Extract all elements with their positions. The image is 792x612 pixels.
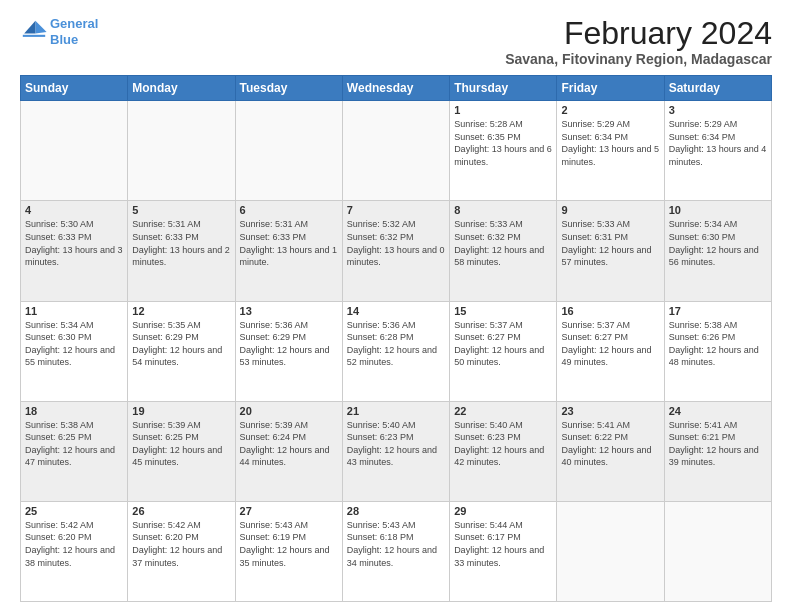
day-info: Sunrise: 5:42 AM Sunset: 6:20 PM Dayligh… (25, 519, 123, 569)
day-info: Sunrise: 5:44 AM Sunset: 6:17 PM Dayligh… (454, 519, 552, 569)
calendar-cell: 19Sunrise: 5:39 AM Sunset: 6:25 PM Dayli… (128, 401, 235, 501)
day-number: 18 (25, 405, 123, 417)
day-info: Sunrise: 5:33 AM Sunset: 6:31 PM Dayligh… (561, 218, 659, 268)
calendar-cell (664, 501, 771, 601)
weekday-header-wednesday: Wednesday (342, 76, 449, 101)
calendar-cell: 17Sunrise: 5:38 AM Sunset: 6:26 PM Dayli… (664, 301, 771, 401)
day-number: 10 (669, 204, 767, 216)
calendar-table: SundayMondayTuesdayWednesdayThursdayFrid… (20, 75, 772, 602)
day-number: 12 (132, 305, 230, 317)
day-number: 7 (347, 204, 445, 216)
day-info: Sunrise: 5:42 AM Sunset: 6:20 PM Dayligh… (132, 519, 230, 569)
calendar-cell (557, 501, 664, 601)
sub-title: Savana, Fitovinany Region, Madagascar (505, 51, 772, 67)
day-number: 2 (561, 104, 659, 116)
header: General Blue February 2024 Savana, Fitov… (20, 16, 772, 67)
week-row-5: 25Sunrise: 5:42 AM Sunset: 6:20 PM Dayli… (21, 501, 772, 601)
calendar-cell: 23Sunrise: 5:41 AM Sunset: 6:22 PM Dayli… (557, 401, 664, 501)
week-row-1: 1Sunrise: 5:28 AM Sunset: 6:35 PM Daylig… (21, 101, 772, 201)
day-number: 5 (132, 204, 230, 216)
day-info: Sunrise: 5:34 AM Sunset: 6:30 PM Dayligh… (669, 218, 767, 268)
day-info: Sunrise: 5:38 AM Sunset: 6:26 PM Dayligh… (669, 319, 767, 369)
day-number: 23 (561, 405, 659, 417)
day-info: Sunrise: 5:40 AM Sunset: 6:23 PM Dayligh… (347, 419, 445, 469)
weekday-header-monday: Monday (128, 76, 235, 101)
day-info: Sunrise: 5:43 AM Sunset: 6:19 PM Dayligh… (240, 519, 338, 569)
calendar-cell: 26Sunrise: 5:42 AM Sunset: 6:20 PM Dayli… (128, 501, 235, 601)
svg-rect-2 (23, 34, 45, 36)
day-info: Sunrise: 5:32 AM Sunset: 6:32 PM Dayligh… (347, 218, 445, 268)
calendar-cell: 16Sunrise: 5:37 AM Sunset: 6:27 PM Dayli… (557, 301, 664, 401)
day-info: Sunrise: 5:39 AM Sunset: 6:25 PM Dayligh… (132, 419, 230, 469)
calendar-cell: 25Sunrise: 5:42 AM Sunset: 6:20 PM Dayli… (21, 501, 128, 601)
calendar-cell: 5Sunrise: 5:31 AM Sunset: 6:33 PM Daylig… (128, 201, 235, 301)
day-number: 14 (347, 305, 445, 317)
calendar-cell: 10Sunrise: 5:34 AM Sunset: 6:30 PM Dayli… (664, 201, 771, 301)
weekday-header-friday: Friday (557, 76, 664, 101)
day-info: Sunrise: 5:31 AM Sunset: 6:33 PM Dayligh… (132, 218, 230, 268)
header-row: SundayMondayTuesdayWednesdayThursdayFrid… (21, 76, 772, 101)
day-info: Sunrise: 5:33 AM Sunset: 6:32 PM Dayligh… (454, 218, 552, 268)
calendar-cell: 24Sunrise: 5:41 AM Sunset: 6:21 PM Dayli… (664, 401, 771, 501)
calendar-cell: 12Sunrise: 5:35 AM Sunset: 6:29 PM Dayli… (128, 301, 235, 401)
calendar-cell: 21Sunrise: 5:40 AM Sunset: 6:23 PM Dayli… (342, 401, 449, 501)
day-info: Sunrise: 5:36 AM Sunset: 6:29 PM Dayligh… (240, 319, 338, 369)
title-area: February 2024 Savana, Fitovinany Region,… (505, 16, 772, 67)
calendar-cell: 14Sunrise: 5:36 AM Sunset: 6:28 PM Dayli… (342, 301, 449, 401)
day-number: 15 (454, 305, 552, 317)
day-number: 13 (240, 305, 338, 317)
calendar-cell: 6Sunrise: 5:31 AM Sunset: 6:33 PM Daylig… (235, 201, 342, 301)
day-info: Sunrise: 5:30 AM Sunset: 6:33 PM Dayligh… (25, 218, 123, 268)
day-info: Sunrise: 5:28 AM Sunset: 6:35 PM Dayligh… (454, 118, 552, 168)
calendar-cell: 8Sunrise: 5:33 AM Sunset: 6:32 PM Daylig… (450, 201, 557, 301)
calendar-cell: 2Sunrise: 5:29 AM Sunset: 6:34 PM Daylig… (557, 101, 664, 201)
calendar-cell: 18Sunrise: 5:38 AM Sunset: 6:25 PM Dayli… (21, 401, 128, 501)
day-info: Sunrise: 5:39 AM Sunset: 6:24 PM Dayligh… (240, 419, 338, 469)
day-number: 6 (240, 204, 338, 216)
logo-general: General (50, 16, 98, 31)
calendar-cell: 11Sunrise: 5:34 AM Sunset: 6:30 PM Dayli… (21, 301, 128, 401)
calendar-cell: 22Sunrise: 5:40 AM Sunset: 6:23 PM Dayli… (450, 401, 557, 501)
main-title: February 2024 (505, 16, 772, 51)
day-info: Sunrise: 5:43 AM Sunset: 6:18 PM Dayligh… (347, 519, 445, 569)
week-row-3: 11Sunrise: 5:34 AM Sunset: 6:30 PM Dayli… (21, 301, 772, 401)
day-number: 27 (240, 505, 338, 517)
calendar-cell: 1Sunrise: 5:28 AM Sunset: 6:35 PM Daylig… (450, 101, 557, 201)
day-number: 19 (132, 405, 230, 417)
day-number: 8 (454, 204, 552, 216)
calendar-cell: 28Sunrise: 5:43 AM Sunset: 6:18 PM Dayli… (342, 501, 449, 601)
day-number: 1 (454, 104, 552, 116)
day-info: Sunrise: 5:29 AM Sunset: 6:34 PM Dayligh… (561, 118, 659, 168)
calendar-cell: 27Sunrise: 5:43 AM Sunset: 6:19 PM Dayli… (235, 501, 342, 601)
calendar-cell: 7Sunrise: 5:32 AM Sunset: 6:32 PM Daylig… (342, 201, 449, 301)
day-number: 24 (669, 405, 767, 417)
calendar-cell: 15Sunrise: 5:37 AM Sunset: 6:27 PM Dayli… (450, 301, 557, 401)
weekday-header-tuesday: Tuesday (235, 76, 342, 101)
calendar-cell (128, 101, 235, 201)
calendar-cell: 4Sunrise: 5:30 AM Sunset: 6:33 PM Daylig… (21, 201, 128, 301)
day-info: Sunrise: 5:37 AM Sunset: 6:27 PM Dayligh… (561, 319, 659, 369)
calendar-cell: 13Sunrise: 5:36 AM Sunset: 6:29 PM Dayli… (235, 301, 342, 401)
day-number: 4 (25, 204, 123, 216)
day-info: Sunrise: 5:38 AM Sunset: 6:25 PM Dayligh… (25, 419, 123, 469)
calendar-cell (342, 101, 449, 201)
day-number: 20 (240, 405, 338, 417)
day-number: 29 (454, 505, 552, 517)
calendar-cell: 29Sunrise: 5:44 AM Sunset: 6:17 PM Dayli… (450, 501, 557, 601)
calendar-cell: 3Sunrise: 5:29 AM Sunset: 6:34 PM Daylig… (664, 101, 771, 201)
day-number: 25 (25, 505, 123, 517)
logo-icon (20, 18, 48, 46)
logo: General Blue (20, 16, 98, 47)
day-number: 11 (25, 305, 123, 317)
week-row-4: 18Sunrise: 5:38 AM Sunset: 6:25 PM Dayli… (21, 401, 772, 501)
day-number: 22 (454, 405, 552, 417)
svg-marker-0 (35, 20, 46, 33)
day-number: 3 (669, 104, 767, 116)
day-number: 21 (347, 405, 445, 417)
calendar-cell (235, 101, 342, 201)
day-number: 28 (347, 505, 445, 517)
day-number: 17 (669, 305, 767, 317)
day-info: Sunrise: 5:31 AM Sunset: 6:33 PM Dayligh… (240, 218, 338, 268)
logo-text: General Blue (50, 16, 98, 47)
weekday-header-thursday: Thursday (450, 76, 557, 101)
